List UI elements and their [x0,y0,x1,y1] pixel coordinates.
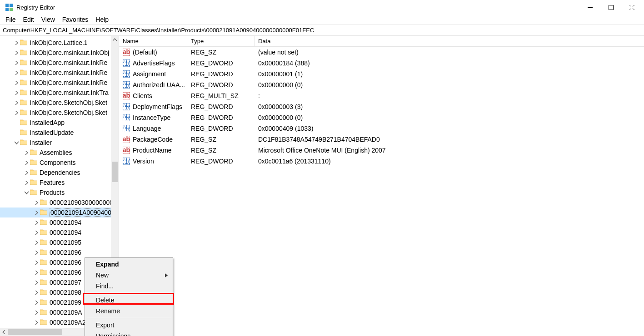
menu-help[interactable]: Help [92,15,112,24]
col-name[interactable]: Name [119,36,187,46]
tree-item-label: 000021096 [50,269,81,276]
chevron-down-icon[interactable] [23,189,30,196]
menu-view[interactable]: View [38,15,59,24]
scroll-left-icon[interactable] [0,328,8,336]
chevron-right-icon[interactable] [33,309,40,316]
tree-item[interactable]: Dependencies [0,168,119,178]
scroll-up-icon[interactable] [111,36,119,44]
maximize-button[interactable] [600,0,621,15]
folder-icon [20,59,30,67]
folder-icon [40,289,50,296]
chevron-right-icon[interactable] [23,179,30,186]
ctx-sep [87,293,171,293]
chevron-right-icon[interactable] [33,199,40,206]
tree-item[interactable]: Products [0,188,119,198]
value-row[interactable]: AuthorizedLUAA...REG_DWORD0x00000000 (0) [119,79,644,90]
tree-item[interactable]: InkObjCore.SketchObj.Sket [0,108,119,118]
tree-item[interactable]: 000021091A00904000 [0,208,119,217]
chevron-right-icon[interactable] [13,69,20,76]
menu-favorites[interactable]: Favorites [59,15,92,24]
tree-item[interactable]: 000021096 [0,247,119,257]
value-row[interactable]: InstanceTypeREG_DWORD0x00000000 (0) [119,112,644,123]
value-row[interactable]: ClientsREG_MULTI_SZ: [119,90,644,101]
tree-item[interactable]: 000021094 [0,227,119,237]
chevron-right-icon[interactable] [23,159,30,166]
tree-item[interactable]: InkObjCore.msinkaut.InkRe [0,58,119,68]
value-row[interactable]: (Default)REG_SZ(value not set) [119,47,644,58]
value-row[interactable]: PackageCodeREG_SZDC1F81B3748A54749B271B4… [119,134,644,145]
chevron-right-icon[interactable] [13,59,20,66]
ctx-export[interactable]: Export [86,320,172,331]
folder-icon [20,39,30,47]
chevron-right-icon[interactable] [13,79,20,86]
ctx-permissions[interactable]: Permissions... [86,331,172,336]
chevron-right-icon[interactable] [33,279,40,286]
tree-item[interactable]: 000021094 [0,217,119,227]
binary-icon [123,81,130,89]
tree-item[interactable]: Installer [0,138,119,148]
chevron-right-icon[interactable] [33,219,40,226]
tree-item[interactable]: 0000210903000000000 [0,198,119,208]
value-data-cell: Microsoft Office OneNote MUI (English) 2… [255,147,417,154]
menu-edit[interactable]: Edit [20,15,38,24]
vscroll-thumb[interactable] [112,162,118,182]
tree-item-label: 000021096 [50,259,81,266]
chevron-right-icon[interactable] [13,109,20,116]
folder-icon [20,79,30,87]
ctx-find[interactable]: Find... [86,281,172,292]
chevron-right-icon[interactable] [33,299,40,306]
chevron-right-icon[interactable] [13,99,20,106]
chevron-right-icon[interactable] [33,249,40,256]
chevron-right-icon[interactable] [33,319,40,326]
tree-item[interactable]: InstalledApp [0,118,119,128]
tree-item[interactable]: InkObjCore.Lattice.1 [0,38,119,48]
hscroll-thumb[interactable] [8,329,62,335]
chevron-right-icon[interactable] [13,39,20,46]
ctx-expand[interactable]: Expand [86,259,172,270]
close-button[interactable] [621,0,642,15]
binary-icon [123,70,130,78]
value-row[interactable]: LanguageREG_DWORD0x00000409 (1033) [119,123,644,134]
chevron-right-icon[interactable] [33,229,40,236]
chevron-down-icon[interactable] [13,139,20,146]
tree-item[interactable]: InkObjCore.msinkaut.InkTra [0,88,119,98]
chevron-right-icon[interactable] [33,269,40,276]
tree-item[interactable]: Assemblies [0,148,119,158]
tree-item-label: Features [40,179,65,186]
value-row[interactable]: ProductNameREG_SZMicrosoft Office OneNot… [119,145,644,156]
tree-item[interactable]: InkObjCore.SketchObj.Sket [0,98,119,108]
value-row[interactable]: AdvertiseFlagsREG_DWORD0x00000184 (388) [119,58,644,69]
tree-item[interactable]: InkObjCore.msinkaut.InkRe [0,78,119,88]
col-data[interactable]: Data [255,36,417,46]
chevron-right-icon[interactable] [33,289,40,296]
value-row[interactable]: AssignmentREG_DWORD0x00000001 (1) [119,69,644,79]
address-bar[interactable]: Computer\HKEY_LOCAL_MACHINE\SOFTWARE\Cla… [0,25,644,36]
chevron-right-icon[interactable] [23,169,30,176]
tree-item[interactable]: InstalledUpdate [0,128,119,138]
col-type[interactable]: Type [187,36,255,46]
value-row[interactable]: DeploymentFlagsREG_DWORD0x00000003 (3) [119,101,644,112]
value-data-cell: (value not set) [255,49,417,56]
chevron-right-icon[interactable] [13,49,20,56]
tree-item[interactable]: InkObjCore.msinkaut.InkRe [0,68,119,78]
ctx-new[interactable]: New [86,270,172,281]
tree-item[interactable]: Components [0,158,119,168]
minimize-button[interactable] [579,0,600,15]
string-icon [123,136,130,143]
ctx-rename[interactable]: Rename [86,306,172,316]
tree-item-label: Installer [30,139,52,146]
folder-icon [40,319,50,326]
chevron-right-icon[interactable] [23,149,30,156]
chevron-right-icon[interactable] [33,259,40,266]
tree-item[interactable]: Features [0,178,119,188]
menu-file[interactable]: File [2,15,20,24]
tree-item[interactable]: 000021095 [0,237,119,247]
ctx-delete[interactable]: Delete [86,295,172,306]
value-row[interactable]: VersionREG_DWORD0x0c0011a6 (201331110) [119,156,644,167]
chevron-right-icon[interactable] [33,239,40,246]
chevron-right-icon[interactable] [33,209,40,216]
tree-item[interactable]: InkObjCore.msinkaut.InkObj [0,48,119,58]
chevron-right-icon[interactable] [13,89,20,96]
folder-icon [40,309,50,316]
tree-item-label: InkObjCore.msinkaut.InkRe [30,69,107,76]
